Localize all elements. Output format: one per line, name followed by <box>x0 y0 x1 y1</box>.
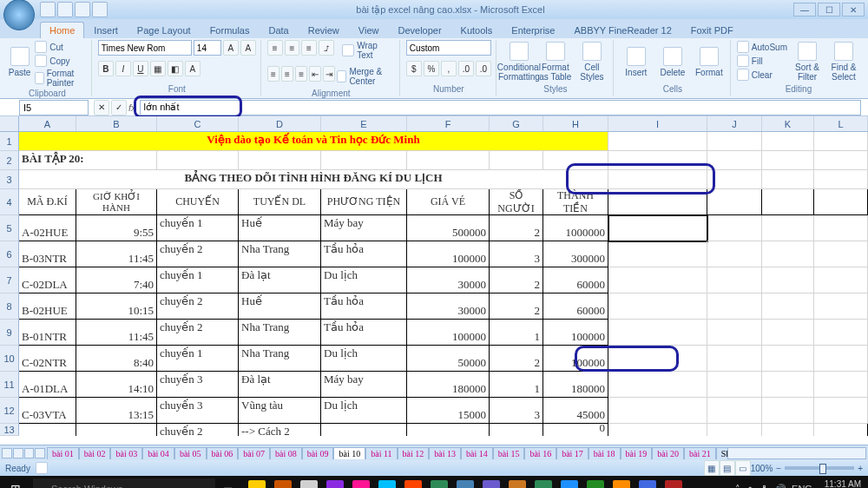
cell[interactable] <box>762 424 814 436</box>
merge-center-button[interactable]: Merge & Center <box>337 66 394 87</box>
cell[interactable] <box>814 132 868 151</box>
cell[interactable] <box>762 132 814 151</box>
cell[interactable] <box>762 170 814 189</box>
taskbar-app-icon[interactable] <box>323 477 347 488</box>
indent-inc-icon[interactable]: ⇥ <box>323 66 335 82</box>
sheet-tab[interactable]: bài 14 <box>461 447 493 459</box>
cell[interactable] <box>814 189 868 215</box>
col-header-A[interactable]: A <box>19 116 76 131</box>
qat-save-icon[interactable] <box>40 2 56 17</box>
cell[interactable] <box>321 424 407 436</box>
cell[interactable] <box>608 189 707 215</box>
cell[interactable] <box>608 346 707 372</box>
cell[interactable]: 300000 <box>543 241 608 267</box>
cell[interactable]: 7:40 <box>76 267 157 293</box>
cell[interactable]: Tầu hỏa <box>321 241 407 267</box>
zoom-slider[interactable] <box>785 466 854 470</box>
cell[interactable] <box>814 372 868 398</box>
cell[interactable]: A-02HUE <box>19 215 76 241</box>
sheet-tab[interactable]: bài 04 <box>142 447 174 459</box>
align-center-icon[interactable]: ≡ <box>281 66 293 82</box>
taskbar-app-icon[interactable] <box>505 477 529 488</box>
spreadsheet[interactable]: ABCDEFGHIJKL 1Viện đào tạo Kế toán và Ti… <box>0 116 868 445</box>
cell[interactable] <box>707 267 762 293</box>
taskbar-app-icon[interactable] <box>349 477 373 488</box>
row-header-1[interactable]: 1 <box>0 132 19 151</box>
delete-cells-button[interactable]: Delete <box>656 40 689 83</box>
taskbar-app-icon[interactable] <box>479 477 503 488</box>
wrap-text-button[interactable]: Wrap Text <box>342 40 394 61</box>
align-left-icon[interactable]: ≡ <box>267 66 279 82</box>
col-header-C[interactable]: C <box>157 116 239 131</box>
cell[interactable]: 2 <box>490 293 543 320</box>
cell[interactable] <box>239 151 321 170</box>
cell[interactable]: 180000 <box>407 372 490 398</box>
cell[interactable]: chuyến 2 <box>157 320 239 346</box>
sheet-tab[interactable]: bài 18 <box>589 447 621 459</box>
sheet-tab[interactable]: bài 09 <box>302 447 334 459</box>
taskbar-app-icon[interactable] <box>297 477 321 488</box>
cell[interactable]: 100000 <box>543 346 608 372</box>
select-all-corner[interactable] <box>0 116 19 131</box>
sheet-tab[interactable]: bài 10 <box>333 447 365 459</box>
cell[interactable]: Du lịch <box>321 346 407 372</box>
sheet-tab[interactable]: bài 21 <box>684 447 716 459</box>
cell[interactable]: 50000 <box>407 346 490 372</box>
fx-enter-icon[interactable]: ✓ <box>111 100 127 115</box>
comma-icon[interactable]: , <box>441 61 457 76</box>
cell[interactable]: B-01NTR <box>19 320 76 346</box>
find-select-button[interactable]: Find & Select <box>827 40 860 83</box>
cell[interactable]: chuyến 1 <box>157 215 239 241</box>
task-view-icon[interactable]: ▭ <box>215 477 240 488</box>
cell[interactable]: BÀI TẬP 20: <box>19 151 157 170</box>
row-header-6[interactable]: 6 <box>0 241 19 267</box>
row-header-2[interactable]: 2 <box>0 151 19 170</box>
cell[interactable] <box>608 241 707 267</box>
cell[interactable]: 3 <box>490 241 543 267</box>
taskbar-app-icon[interactable] <box>635 477 660 488</box>
cell[interactable] <box>814 424 868 436</box>
format-as-table-button[interactable]: Format as Table <box>539 40 572 83</box>
cell[interactable]: 9:55 <box>76 215 157 241</box>
insert-cells-button[interactable]: Insert <box>620 40 653 83</box>
cell[interactable] <box>707 132 762 151</box>
cell[interactable]: Tầu hỏa <box>321 293 407 320</box>
tray-volume-icon[interactable]: 🔊 <box>774 484 786 489</box>
taskbar-app-icon[interactable] <box>375 477 399 488</box>
qat-redo-icon[interactable] <box>75 2 90 17</box>
cell[interactable] <box>76 424 157 436</box>
row-header-8[interactable]: 8 <box>0 293 19 320</box>
cell[interactable]: Nha Trang <box>239 346 321 372</box>
maximize-button[interactable]: ☐ <box>818 3 840 16</box>
cell[interactable] <box>762 293 814 320</box>
cell[interactable]: 1000000 <box>543 215 608 241</box>
cell[interactable] <box>321 151 407 170</box>
cell[interactable] <box>762 189 814 215</box>
cell[interactable] <box>707 346 762 372</box>
grow-font-icon[interactable]: A <box>223 40 239 56</box>
sheet-tab[interactable]: bài 17 <box>556 447 589 459</box>
cell[interactable]: 45000 <box>543 398 608 424</box>
ribbon-tab-foxit-pdf[interactable]: Foxit PDF <box>681 22 743 38</box>
ribbon-tab-kutools[interactable]: Kutools <box>451 22 503 38</box>
font-name-input[interactable] <box>98 40 192 56</box>
inc-decimal-icon[interactable]: .0 <box>458 61 474 76</box>
taskbar-search[interactable]: ⌕Search Windows <box>33 478 215 488</box>
cell[interactable] <box>707 320 762 346</box>
cell[interactable]: 13:15 <box>76 398 157 424</box>
cell[interactable]: 500000 <box>407 215 490 241</box>
tray-usb-icon[interactable]: ⏏ <box>746 484 754 489</box>
cell[interactable]: 1 <box>490 320 543 346</box>
cut-button[interactable]: Cut <box>35 40 87 54</box>
cell[interactable] <box>762 346 814 372</box>
cell[interactable] <box>707 215 762 241</box>
cell[interactable] <box>814 398 868 424</box>
cell[interactable]: C-03VTA <box>19 398 76 424</box>
row-header-9[interactable]: 9 <box>0 320 19 346</box>
indent-dec-icon[interactable]: ⇤ <box>309 66 321 82</box>
sheet-tab[interactable]: bài 06 <box>207 447 239 459</box>
cell[interactable]: 100000 <box>543 320 608 346</box>
cell[interactable] <box>608 293 707 320</box>
ribbon-tab-developer[interactable]: Developer <box>388 22 450 38</box>
sheet-tab[interactable]: bài 20 <box>652 447 684 459</box>
